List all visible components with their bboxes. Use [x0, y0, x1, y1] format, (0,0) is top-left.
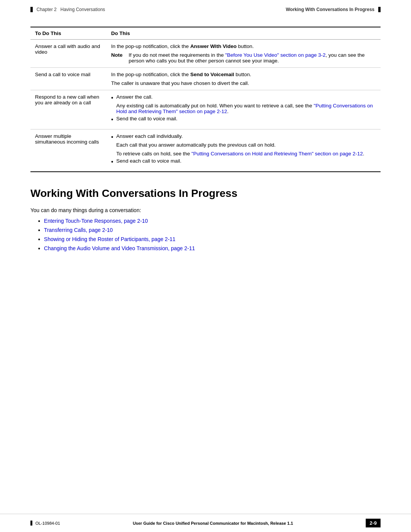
note-label: Note: [111, 52, 126, 64]
section-link-1[interactable]: Entering Touch-Tone Responses, page 2-10: [44, 218, 148, 224]
row4-bullet1-sub2: To retrieve calls on hold, see the "Putt…: [116, 151, 365, 157]
note-link[interactable]: "Before You Use Video" section on page 3…: [225, 52, 326, 58]
table-cell-col2: Answer each call individually. Each call…: [107, 129, 381, 171]
col2-header: Do This: [107, 27, 381, 40]
row3-link1[interactable]: "Putting Conversations on Hold and Retri…: [116, 103, 373, 114]
row3-bullet1-sub: Any existing call is automatically put o…: [116, 103, 376, 114]
note-text: If you do not meet the requirements in t…: [129, 52, 376, 64]
row4-link1[interactable]: "Putting Conversations on Hold and Retri…: [191, 151, 363, 157]
header-bar: Chapter 2 Having Conversations Working W…: [0, 0, 411, 15]
footer-bar-icon: [30, 521, 32, 526]
row2-col1-text: Send a call to voice mail: [35, 72, 91, 77]
table-cell-col2: In the pop-up notification, click the Se…: [107, 68, 381, 90]
table-row: Answer a call with audio and video In th…: [30, 40, 381, 68]
list-item: Answer each call individually. Each call…: [111, 133, 376, 157]
list-item: Showing or Hiding the Roster of Particip…: [38, 236, 381, 243]
row4-bullet-list: Answer each call individually. Each call…: [111, 133, 376, 166]
table-cell-col1: Send a call to voice mail: [30, 68, 107, 90]
section-heading: Working With Conversations In Progress: [30, 187, 381, 200]
main-table: To Do This Do This Answer a call with au…: [30, 27, 381, 172]
header-right: Working With Conversations In Progress: [286, 7, 381, 12]
section-link-4[interactable]: Changing the Audio Volume and Video Tran…: [44, 245, 195, 251]
table-cell-col1: Respond to a new call when you are alrea…: [30, 90, 107, 129]
table-row: Respond to a new call when you are alrea…: [30, 90, 381, 129]
header-right-bar-icon: [378, 7, 381, 12]
row4-bullet2-text: Send each call to voice mail.: [116, 158, 182, 164]
footer-page-number: 2-9: [366, 519, 381, 527]
footer-left: OL-10984-01: [30, 521, 60, 526]
table-cell-col1: Answer multiple simultaneous incoming ca…: [30, 129, 107, 171]
row1-col2-main: In the pop-up notification, click the An…: [111, 43, 376, 49]
page-container: Chapter 2 Having Conversations Working W…: [0, 0, 411, 532]
section-link-2[interactable]: Transferring Calls, page 2-10: [44, 227, 113, 233]
list-item: Answer the call. Any existing call is au…: [111, 94, 376, 114]
section-link-list: Entering Touch-Tone Responses, page 2-10…: [38, 218, 381, 252]
list-item: Changing the Audio Volume and Video Tran…: [38, 245, 381, 252]
footer-doc-id: OL-10984-01: [35, 521, 60, 526]
row3-col1-text: Respond to a new call when you are alrea…: [35, 94, 99, 105]
footer-center: User Guide for Cisco Unified Personal Co…: [133, 521, 293, 526]
table-row: Send a call to voice mail In the pop-up …: [30, 68, 381, 90]
row4-col1-text: Answer multiple simultaneous incoming ca…: [35, 133, 99, 145]
chapter-label: Chapter 2: [37, 7, 57, 12]
note-row: Note If you do not meet the requirements…: [111, 52, 376, 64]
row3-bullet-list: Answer the call. Any existing call is au…: [111, 94, 376, 124]
header-left: Chapter 2 Having Conversations: [30, 7, 105, 12]
list-item: Transferring Calls, page 2-10: [38, 227, 381, 234]
col1-header: To Do This: [30, 27, 107, 40]
row3-bullet2-text: Send the call to voice mail.: [116, 116, 178, 121]
list-item: Send each call to voice mail.: [111, 158, 376, 166]
list-item: Entering Touch-Tone Responses, page 2-10: [38, 218, 381, 225]
chapter-title: Having Conversations: [61, 7, 105, 12]
footer-bar: OL-10984-01 User Guide for Cisco Unified…: [0, 514, 411, 532]
header-right-title: Working With Conversations In Progress: [286, 7, 374, 12]
table-row: Answer multiple simultaneous incoming ca…: [30, 129, 381, 171]
row4-bullet1-sub: Each call that you answer automatically …: [116, 142, 365, 148]
table-cell-col2: In the pop-up notification, click the An…: [107, 40, 381, 68]
row2-col2-line2: The caller is unaware that you have chos…: [111, 80, 376, 86]
section-link-3[interactable]: Showing or Hiding the Roster of Particip…: [44, 236, 176, 242]
list-item: Send the call to voice mail.: [111, 116, 376, 124]
row2-col2-line1: In the pop-up notification, click the Se…: [111, 72, 376, 77]
table-cell-col1: Answer a call with audio and video: [30, 40, 107, 68]
table-cell-col2: Answer the call. Any existing call is au…: [107, 90, 381, 129]
section-intro: You can do many things during a conversa…: [30, 207, 381, 213]
header-left-bar-icon: [30, 7, 33, 12]
main-content: To Do This Do This Answer a call with au…: [0, 15, 411, 285]
row1-col1-text: Answer a call with audio and video: [35, 43, 100, 55]
